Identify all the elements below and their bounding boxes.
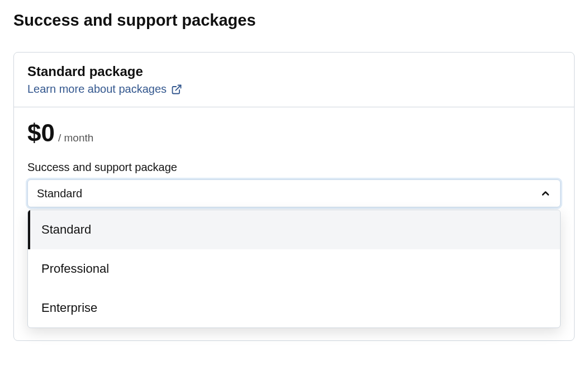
dropdown-option-enterprise[interactable]: Enterprise — [28, 288, 560, 328]
learn-more-label: Learn more about packages — [27, 83, 167, 96]
select-wrapper: Standard Standard Professional Enterpris… — [27, 179, 561, 207]
learn-more-link[interactable]: Learn more about packages — [27, 83, 182, 96]
chevron-up-icon — [540, 188, 551, 199]
select-value: Standard — [37, 187, 82, 200]
select-label: Success and support package — [27, 161, 561, 174]
external-link-icon — [171, 84, 182, 95]
dropdown-option-standard[interactable]: Standard — [28, 210, 560, 249]
price-amount: $0 — [27, 121, 55, 145]
dropdown-option-professional[interactable]: Professional — [28, 249, 560, 288]
page-title: Success and support packages — [13, 11, 575, 30]
package-dropdown: Standard Professional Enterprise — [27, 210, 561, 328]
card-header: Standard package Learn more about packag… — [14, 53, 574, 107]
price-row: $0 / month — [27, 121, 561, 145]
package-select[interactable]: Standard — [27, 179, 561, 207]
card-title: Standard package — [27, 64, 561, 79]
package-card: Standard package Learn more about packag… — [13, 52, 575, 341]
svg-line-0 — [176, 85, 181, 90]
price-period: / month — [58, 132, 93, 144]
card-body: $0 / month Success and support package S… — [14, 107, 574, 340]
